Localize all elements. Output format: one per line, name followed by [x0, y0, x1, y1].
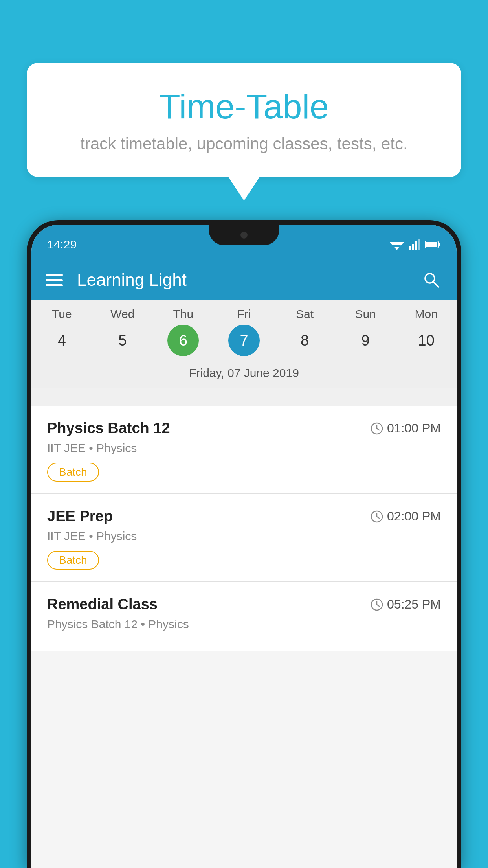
day-header-sun: Sun: [346, 307, 385, 321]
notch: [209, 225, 279, 245]
day-header-sat: Sat: [285, 307, 325, 321]
class-2-meta: IIT JEE • Physics: [47, 530, 441, 543]
class-item-1-header: Physics Batch 12 01:00 PM: [47, 420, 441, 437]
speech-bubble-section: Time-Table track timetable, upcoming cla…: [27, 63, 461, 200]
phone-screen: 14:29: [31, 225, 457, 868]
day-9[interactable]: 9: [350, 325, 381, 356]
class-1-time: 01:00 PM: [371, 421, 441, 436]
class-list: Physics Batch 12 01:00 PM IIT JEE • Phys…: [31, 406, 457, 868]
day-header-fri: Fri: [224, 307, 264, 321]
day-8[interactable]: 8: [289, 325, 321, 356]
selected-date-label: Friday, 07 June 2019: [31, 362, 457, 388]
class-item-2[interactable]: JEE Prep 02:00 PM IIT JEE • Physics Batc…: [31, 494, 457, 582]
class-1-meta: IIT JEE • Physics: [47, 441, 441, 455]
day-7-selected[interactable]: 7: [228, 325, 260, 356]
svg-line-20: [377, 605, 379, 606]
app-bar-title: Learning Light: [77, 270, 420, 290]
page-subtitle: track timetable, upcoming classes, tests…: [50, 134, 438, 153]
svg-rect-3: [409, 246, 411, 250]
svg-line-11: [433, 282, 438, 287]
signal-icon: [409, 239, 420, 250]
svg-rect-8: [438, 243, 440, 246]
class-1-name: Physics Batch 12: [47, 420, 170, 437]
page-title: Time-Table: [50, 86, 438, 127]
class-item-3[interactable]: Remedial Class 05:25 PM Physics Batch 12…: [31, 582, 457, 651]
day-6-today[interactable]: 6: [167, 325, 199, 356]
class-item-3-header: Remedial Class 05:25 PM: [47, 596, 441, 613]
class-2-name: JEE Prep: [47, 508, 113, 525]
class-item-2-header: JEE Prep 02:00 PM: [47, 508, 441, 525]
class-3-time-text: 05:25 PM: [387, 597, 441, 612]
class-3-meta: Physics Batch 12 • Physics: [47, 618, 441, 631]
camera: [240, 232, 248, 239]
clock-icon-3: [371, 598, 383, 611]
search-icon: [423, 271, 440, 289]
svg-rect-6: [418, 239, 420, 250]
class-item-1[interactable]: Physics Batch 12 01:00 PM IIT JEE • Phys…: [31, 406, 457, 494]
day-numbers: 4 5 6 7 8 9 10: [31, 325, 457, 362]
class-1-time-text: 01:00 PM: [387, 421, 441, 436]
app-bar: Learning Light: [31, 260, 457, 300]
day-headers: Tue Wed Thu Fri Sat Sun Mon: [31, 307, 457, 325]
svg-line-17: [377, 517, 379, 518]
calendar-strip: Tue Wed Thu Fri Sat Sun Mon 4 5 6 7 8 9 …: [31, 300, 457, 388]
class-3-time: 05:25 PM: [371, 597, 441, 612]
day-header-tue: Tue: [42, 307, 81, 321]
status-bar: 14:29: [31, 225, 457, 260]
menu-button[interactable]: [46, 274, 63, 286]
speech-bubble-card: Time-Table track timetable, upcoming cla…: [27, 63, 461, 177]
clock-icon-2: [371, 510, 383, 523]
wifi-icon: [390, 239, 404, 250]
phone-frame: 14:29: [27, 220, 461, 868]
speech-bubble-arrow: [228, 177, 260, 200]
class-1-badge: Batch: [47, 463, 99, 482]
class-2-badge: Batch: [47, 551, 99, 570]
status-time: 14:29: [47, 238, 77, 251]
day-5[interactable]: 5: [107, 325, 138, 356]
day-4[interactable]: 4: [46, 325, 77, 356]
svg-marker-2: [394, 247, 399, 250]
day-10[interactable]: 10: [411, 325, 442, 356]
class-3-name: Remedial Class: [47, 596, 158, 613]
class-2-time: 02:00 PM: [371, 509, 441, 524]
svg-rect-9: [426, 242, 437, 247]
svg-rect-5: [415, 241, 417, 250]
day-header-thu: Thu: [163, 307, 203, 321]
status-icons: [390, 239, 441, 250]
svg-rect-4: [412, 244, 414, 250]
search-button[interactable]: [420, 269, 442, 291]
battery-icon: [425, 240, 441, 249]
day-header-wed: Wed: [103, 307, 142, 321]
class-2-time-text: 02:00 PM: [387, 509, 441, 524]
clock-icon-1: [371, 422, 383, 435]
svg-line-14: [377, 428, 379, 430]
day-header-mon: Mon: [407, 307, 446, 321]
